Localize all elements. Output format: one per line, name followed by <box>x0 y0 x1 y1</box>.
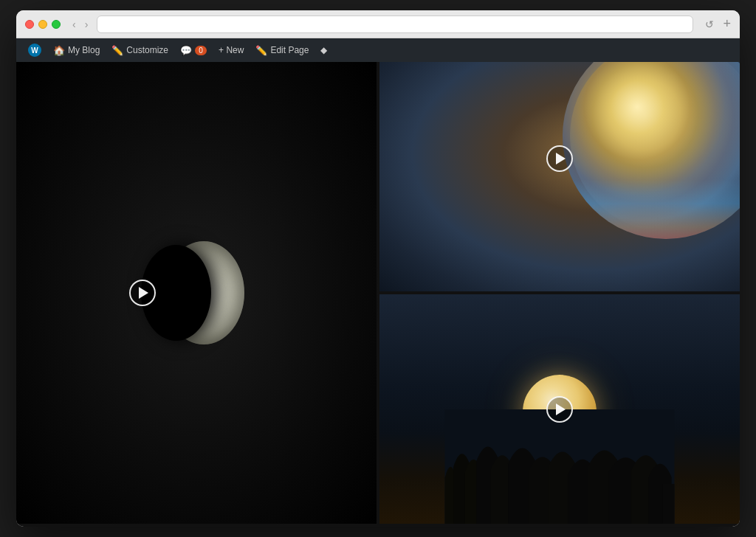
gallery-item-colorful[interactable] <box>379 62 740 291</box>
maximize-button[interactable] <box>52 20 61 29</box>
new-item[interactable]: + New <box>213 38 250 62</box>
edit-icon: ✏️ <box>255 45 267 56</box>
colorful-bg <box>379 62 740 291</box>
trees-bg <box>379 294 740 524</box>
rainbow-arc <box>563 180 740 239</box>
wp-logo-icon: W <box>28 44 41 57</box>
customize-label: Customize <box>126 45 168 55</box>
diamond-icon: ◆ <box>320 45 327 55</box>
wp-logo-item[interactable]: W <box>22 38 47 62</box>
address-bar[interactable] <box>97 15 693 33</box>
edit-page-item[interactable]: ✏️ Edit Page <box>250 38 315 62</box>
gallery-grid <box>16 62 740 527</box>
nav-buttons: ‹ › <box>69 17 91 32</box>
customize-item[interactable]: ✏️ Customize <box>106 38 174 62</box>
play-button-colorful[interactable] <box>546 145 573 172</box>
reload-button[interactable]: ↺ <box>705 18 714 30</box>
minimize-button[interactable] <box>38 20 47 29</box>
comments-item[interactable]: 💬 0 <box>174 38 213 62</box>
blog-icon: 🏠 <box>53 45 65 56</box>
close-button[interactable] <box>25 20 34 29</box>
diamond-item[interactable]: ◆ <box>315 38 333 62</box>
new-tab-button[interactable]: + <box>723 16 731 32</box>
browser-window: ‹ › ↺ + W 🏠 My Blog ✏️ Customize 💬 0 + N… <box>16 10 740 527</box>
play-button-crescent[interactable] <box>129 280 156 306</box>
gallery-item-crescent[interactable] <box>16 62 377 524</box>
my-blog-label: My Blog <box>68 45 100 55</box>
crescent-bg <box>16 62 377 524</box>
crescent-moon <box>163 241 244 344</box>
colorful-moon <box>563 62 740 239</box>
play-button-trees[interactable] <box>546 396 573 423</box>
customize-icon: ✏️ <box>111 45 123 56</box>
content-area <box>16 62 740 527</box>
comments-icon: 💬 <box>180 45 192 56</box>
gallery-item-trees[interactable] <box>379 294 740 524</box>
comments-badge: 0 <box>195 46 207 55</box>
forward-button[interactable]: › <box>82 17 92 32</box>
back-button[interactable]: ‹ <box>69 17 79 32</box>
new-label: + New <box>219 45 244 55</box>
edit-page-label: Edit Page <box>270 45 309 55</box>
my-blog-item[interactable]: 🏠 My Blog <box>47 38 106 62</box>
wp-admin-bar: W 🏠 My Blog ✏️ Customize 💬 0 + New ✏️ Ed… <box>16 38 740 62</box>
traffic-lights <box>25 20 61 29</box>
tree-silhouette <box>379 409 740 524</box>
title-bar: ‹ › ↺ + <box>16 10 740 38</box>
